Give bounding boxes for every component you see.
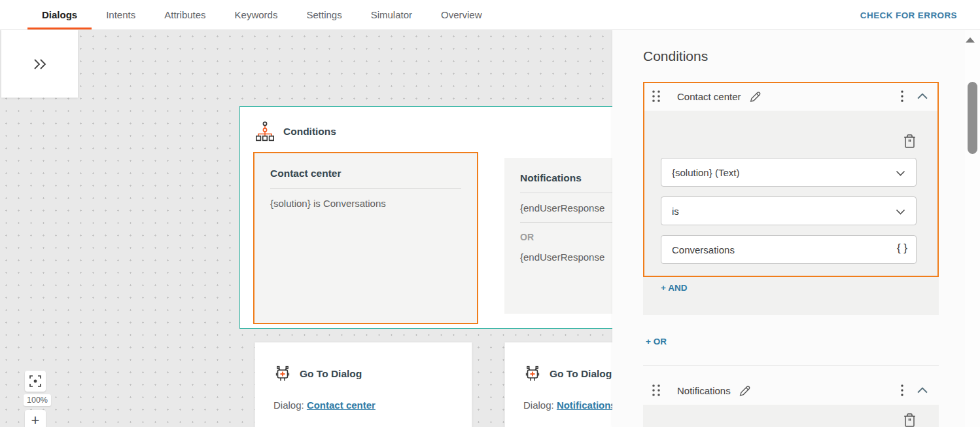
conditions-side-panel: Conditions Contact center xyxy=(612,30,980,427)
add-and-condition-link[interactable]: + AND xyxy=(661,283,917,293)
add-or-condition-link[interactable]: + OR xyxy=(646,337,939,346)
tab-settings[interactable]: Settings xyxy=(292,0,356,29)
go-to-dialog-node-contact-center[interactable]: Go To Dialog Dialog: Contact center xyxy=(254,342,472,427)
section-header[interactable]: Notifications xyxy=(643,376,939,405)
tab-label: Attributes xyxy=(164,9,205,20)
tab-label: Overview xyxy=(441,9,482,20)
attribute-braces-icon[interactable]: { } xyxy=(897,242,907,255)
operator-select-value: is xyxy=(672,206,679,217)
value-input[interactable]: Conversations { } xyxy=(661,235,917,264)
double-chevron-right-icon xyxy=(31,57,48,71)
delete-condition-icon[interactable] xyxy=(903,413,917,427)
conditions-node-title: Conditions xyxy=(283,126,336,138)
panel-title: Conditions xyxy=(643,48,939,64)
collapse-chevron-icon[interactable] xyxy=(917,93,928,100)
go-to-dialog-title: Go To Dialog xyxy=(550,368,612,380)
operator-select[interactable]: is xyxy=(661,196,917,225)
condition-card-title: Contact center xyxy=(270,168,461,179)
attribute-select[interactable]: {solution} (Text) xyxy=(661,158,917,187)
edit-name-icon[interactable] xyxy=(749,90,761,103)
tab-simulator[interactable]: Simulator xyxy=(357,0,427,29)
panel-scrollbar-thumb[interactable] xyxy=(968,82,977,154)
collapse-chevron-icon[interactable] xyxy=(917,387,928,394)
tab-label: Intents xyxy=(106,9,135,20)
kebab-menu-icon[interactable] xyxy=(901,384,903,396)
drag-handle-icon[interactable] xyxy=(651,89,661,103)
chevron-down-icon xyxy=(896,209,905,215)
zoom-in-button[interactable]: + xyxy=(25,410,46,427)
section-header[interactable]: Contact center xyxy=(643,82,939,111)
condition-text: {solution} is Conversations xyxy=(270,198,461,209)
tab-label: Dialogs xyxy=(42,9,77,20)
condition-card-contact-center[interactable]: Contact center {solution} is Conversatio… xyxy=(253,152,478,324)
condition-section-notifications: Notifications xyxy=(643,376,939,427)
robot-icon xyxy=(273,365,292,382)
tab-label: Settings xyxy=(306,9,341,20)
tab-attributes[interactable]: Attributes xyxy=(150,0,220,29)
attribute-select-value: {solution} (Text) xyxy=(672,167,739,178)
section-name: Notifications xyxy=(677,385,731,396)
edit-name-icon[interactable] xyxy=(739,384,751,397)
tab-label: Simulator xyxy=(371,9,412,20)
drag-handle-icon[interactable] xyxy=(651,383,661,398)
condition-editor: {solution} (Text) is Conversations { } xyxy=(643,111,939,315)
zoom-level-indicator: 100% xyxy=(24,394,51,406)
go-to-dialog-title: Go To Dialog xyxy=(300,368,362,380)
divider xyxy=(643,365,939,366)
dialog-label: Dialog: xyxy=(273,399,304,411)
scrollbar-up-arrow[interactable] xyxy=(966,37,975,43)
divider xyxy=(270,188,461,189)
tab-dialogs[interactable]: Dialogs xyxy=(27,0,92,29)
tab-overview[interactable]: Overview xyxy=(427,0,497,29)
tab-intents[interactable]: Intents xyxy=(92,0,150,29)
dialog-link-contact-center[interactable]: Contact center xyxy=(307,399,376,411)
chevron-down-icon xyxy=(896,170,905,176)
dialog-label: Dialog: xyxy=(523,399,554,411)
fit-screen-icon xyxy=(29,375,42,388)
condition-editor xyxy=(643,405,939,427)
delete-condition-icon[interactable] xyxy=(903,134,917,149)
fit-to-screen-button[interactable] xyxy=(25,371,46,392)
top-navigation: Dialogs Intents Attributes Keywords Sett… xyxy=(0,0,980,30)
check-for-errors-button[interactable]: CHECK FOR ERRORS xyxy=(860,0,957,30)
value-input-text: Conversations xyxy=(672,244,735,255)
expand-sidebar-button[interactable] xyxy=(1,30,78,98)
condition-section-contact-center: Contact center xyxy=(643,82,939,315)
go-to-dialog-header: Go To Dialog xyxy=(273,365,453,382)
org-chart-icon xyxy=(254,121,275,141)
dialog-link-notifications[interactable]: Notifications xyxy=(557,399,616,411)
tab-label: Keywords xyxy=(235,9,278,20)
tab-keywords[interactable]: Keywords xyxy=(220,0,292,29)
section-name: Contact center xyxy=(677,91,741,102)
robot-icon xyxy=(523,365,542,382)
kebab-menu-icon[interactable] xyxy=(901,90,903,102)
